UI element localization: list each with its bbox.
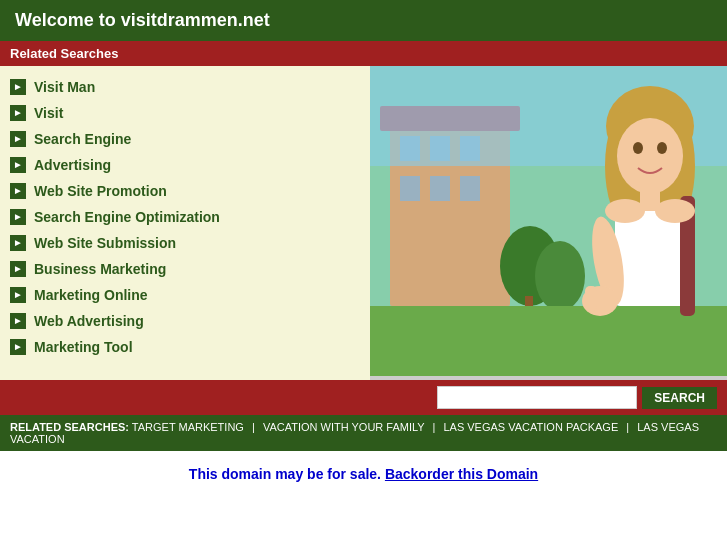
link-web-advertising[interactable]: Web Advertising [34,313,144,329]
svg-point-19 [633,142,643,154]
header-title: Welcome to visitdrammen.net [15,10,270,30]
search-bar-row: SEARCH [0,380,727,415]
arrow-icon: ► [10,131,26,147]
footer-link-target[interactable]: TARGET MARKETING [132,421,244,433]
list-item[interactable]: ► Visit [0,100,370,126]
arrow-icon: ► [10,105,26,121]
link-visit-man[interactable]: Visit Man [34,79,95,95]
related-searches-label: Related Searches [10,46,118,61]
link-business-marketing[interactable]: Business Marketing [34,261,166,277]
arrow-icon: ► [10,287,26,303]
footer-link-vacation-family[interactable]: VACATION WITH YOUR FAMILY [263,421,425,433]
search-input[interactable] [437,386,637,409]
link-search-engine[interactable]: Search Engine [34,131,131,147]
main-content: Related Searches ► Visit Man ► Visit ► S… [0,41,727,451]
svg-point-23 [605,199,645,223]
left-column: ► Visit Man ► Visit ► Search Engine ► Ad… [0,66,370,380]
svg-rect-5 [400,176,420,201]
list-item[interactable]: ► Search Engine Optimization [0,204,370,230]
link-advertising[interactable]: Advertising [34,157,111,173]
hero-image [370,66,727,376]
arrow-icon: ► [10,79,26,95]
link-seo[interactable]: Search Engine Optimization [34,209,220,225]
svg-point-24 [655,199,695,223]
two-column-layout: ► Visit Man ► Visit ► Search Engine ► Ad… [0,66,727,380]
arrow-icon: ► [10,313,26,329]
link-web-site-promotion[interactable]: Web Site Promotion [34,183,167,199]
svg-rect-12 [370,306,727,376]
footer-link-las-vegas-package[interactable]: LAS VEGAS VACATION PACKAGE [443,421,618,433]
list-item[interactable]: ► Web Site Promotion [0,178,370,204]
right-column-image [370,66,727,380]
svg-point-10 [535,241,585,311]
arrow-icon: ► [10,157,26,173]
sale-section: This domain may be for sale. Backorder t… [0,451,727,497]
svg-rect-25 [640,191,660,211]
list-item[interactable]: ► Advertising [0,152,370,178]
arrow-icon: ► [10,339,26,355]
list-item[interactable]: ► Web Site Submission [0,230,370,256]
footer-separator: | [433,421,436,433]
related-footer: RELATED SEARCHES: TARGET MARKETING | VAC… [0,415,727,451]
link-marketing-online[interactable]: Marketing Online [34,287,148,303]
list-item[interactable]: ► Business Marketing [0,256,370,282]
arrow-icon: ► [10,183,26,199]
svg-rect-6 [430,176,450,201]
list-item[interactable]: ► Visit Man [0,74,370,100]
footer-separator: | [626,421,629,433]
footer-separator: | [252,421,255,433]
arrow-icon: ► [10,261,26,277]
svg-rect-7 [460,176,480,201]
page-header: Welcome to visitdrammen.net [0,0,727,41]
link-marketing-tool[interactable]: Marketing Tool [34,339,133,355]
arrow-icon: ► [10,235,26,251]
list-item[interactable]: ► Marketing Tool [0,334,370,360]
backorder-link[interactable]: Backorder this Domain [385,466,538,482]
list-item[interactable]: ► Web Advertising [0,308,370,334]
link-web-site-submission[interactable]: Web Site Submission [34,235,176,251]
sale-text: This domain may be for sale. [189,466,381,482]
svg-rect-28 [585,286,597,311]
svg-point-20 [657,142,667,154]
search-button[interactable]: SEARCH [642,387,717,409]
list-item[interactable]: ► Search Engine [0,126,370,152]
link-visit[interactable]: Visit [34,105,63,121]
arrow-icon: ► [10,209,26,225]
svg-point-18 [617,118,683,194]
related-searches-bar: Related Searches [0,41,727,66]
list-item[interactable]: ► Marketing Online [0,282,370,308]
related-footer-title: RELATED SEARCHES: [10,421,129,433]
